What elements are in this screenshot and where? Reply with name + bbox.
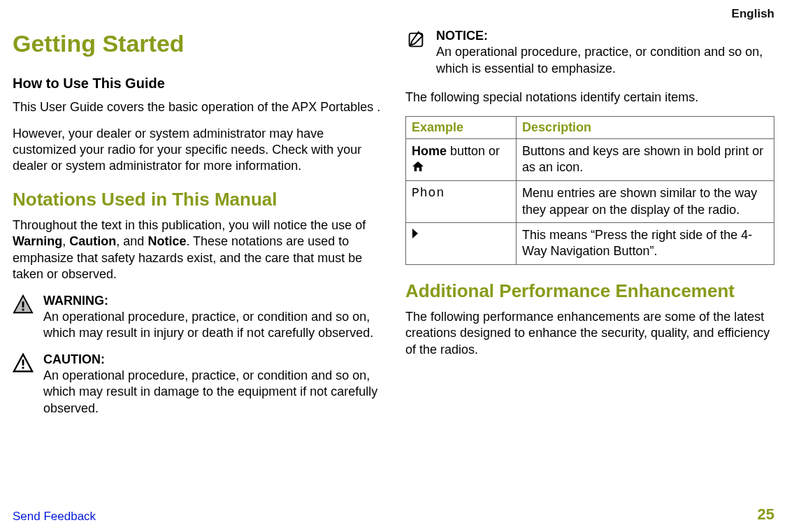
text: Throughout the text in this publication,… — [13, 218, 366, 232]
home-icon — [412, 160, 424, 176]
bold-warning-word: Warning — [13, 234, 62, 248]
text: button or — [447, 144, 500, 158]
warning-block: WARNING: An operational procedure, pract… — [13, 293, 382, 342]
svg-rect-4 — [22, 359, 24, 365]
language-label: English — [13, 7, 774, 21]
cell-desc-arrow: This means “Press the right side of the … — [517, 223, 774, 265]
right-arrow-icon — [412, 228, 419, 242]
bold-caution-word: Caution — [69, 234, 116, 248]
notice-label: NOTICE: — [436, 29, 488, 43]
table-row: This means “Press the right side of the … — [406, 223, 774, 265]
warning-label: WARNING: — [43, 294, 108, 308]
warning-icon — [13, 293, 36, 342]
table-row: Home button or Buttons and keys are show… — [406, 138, 774, 180]
right-column: NOTICE: An operational procedure, practi… — [405, 24, 774, 492]
cell-desc-phon: Menu entries are shown similar to the wa… — [517, 181, 774, 223]
notations-table: Example Description Home button or Butto… — [405, 116, 774, 265]
cell-example-phon: Phon — [406, 181, 517, 223]
notice-text: An operational procedure, practice, or c… — [436, 45, 763, 75]
bold-home-word: Home — [412, 144, 447, 158]
document-page: English Getting Started How to Use This … — [0, 0, 787, 532]
send-feedback-link[interactable]: Send Feedback — [13, 510, 96, 524]
svg-rect-2 — [22, 308, 24, 310]
caution-block: CAUTION: An operational procedure, pract… — [13, 352, 382, 417]
bold-notice-word: Notice — [147, 234, 186, 248]
text: , — [62, 234, 69, 248]
paragraph: However, your dealer or system administr… — [13, 126, 382, 175]
paragraph: The following special notations identify… — [405, 89, 774, 106]
left-column: Getting Started How to Use This Guide Th… — [13, 24, 382, 492]
page-number: 25 — [758, 505, 774, 524]
heading-how-to-use: How to Use This Guide — [13, 74, 382, 92]
paragraph: Throughout the text in this publication,… — [13, 217, 382, 283]
th-description: Description — [517, 116, 774, 138]
caution-icon — [13, 352, 36, 417]
svg-marker-7 — [412, 229, 418, 238]
notice-icon — [405, 28, 429, 77]
caution-text: An operational procedure, practice, or c… — [43, 368, 377, 415]
svg-rect-1 — [22, 301, 24, 307]
caution-label: CAUTION: — [43, 352, 105, 366]
cell-desc-home: Buttons and keys are shown in bold print… — [517, 138, 774, 180]
two-column-layout: Getting Started How to Use This Guide Th… — [13, 24, 774, 492]
heading-notations-used: Notations Used in This Manual — [13, 189, 382, 210]
warning-text-block: WARNING: An operational procedure, pract… — [43, 293, 382, 342]
page-footer: Send Feedback 25 — [13, 505, 774, 524]
notice-block: NOTICE: An operational procedure, practi… — [405, 28, 774, 77]
cell-example-arrow — [406, 223, 517, 265]
paragraph: This User Guide covers the basic operati… — [13, 99, 382, 115]
table-header-row: Example Description — [406, 116, 774, 138]
caution-text-block: CAUTION: An operational procedure, pract… — [43, 352, 382, 417]
paragraph: The following performance enhancements a… — [405, 309, 774, 358]
cell-example-home: Home button or — [406, 138, 517, 180]
heading-getting-started: Getting Started — [13, 28, 382, 59]
svg-rect-5 — [22, 366, 24, 368]
table-row: Phon Menu entries are shown similar to t… — [406, 181, 774, 223]
text: , and — [116, 234, 147, 248]
notice-text-block: NOTICE: An operational procedure, practi… — [436, 28, 774, 77]
th-example: Example — [406, 116, 517, 138]
warning-text: An operational procedure, practice, or c… — [43, 310, 373, 340]
heading-additional-performance: Additional Performance Enhancement — [405, 280, 774, 302]
